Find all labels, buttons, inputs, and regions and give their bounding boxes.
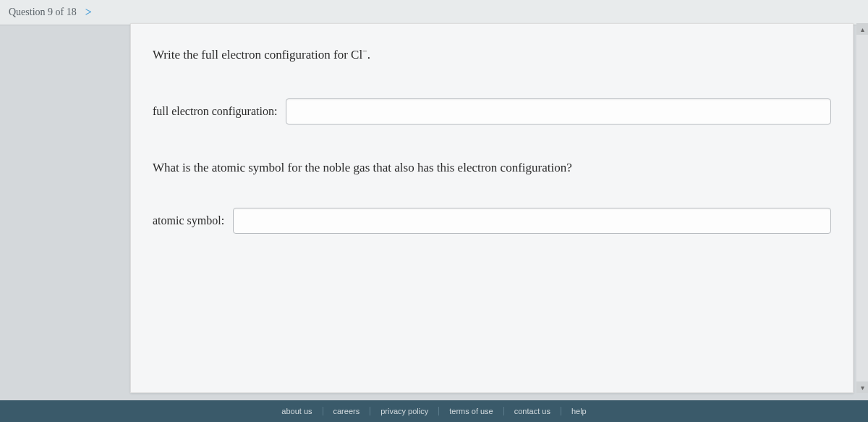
symbol-input-row: atomic symbol: [153,208,831,234]
question-prompt: Write the full electron configuration fo… [153,46,831,62]
symbol-label: atomic symbol: [153,214,224,227]
footer-bar: about us careers privacy policy terms of… [0,400,868,422]
config-input-row: full electron configuration: [153,98,831,125]
species-symbol: Cl [351,48,362,62]
footer-link-terms[interactable]: terms of use [439,407,504,415]
footer-link-about[interactable]: about us [271,407,323,415]
atomic-symbol-input[interactable] [233,208,831,234]
footer-link-privacy[interactable]: privacy policy [370,407,439,415]
header-bar: Question 9 of 18 > [0,0,868,25]
vertical-scrollbar[interactable]: ▴ ▾ [856,23,868,393]
scroll-down-arrow[interactable]: ▾ [856,381,868,393]
footer-link-help[interactable]: help [561,407,597,415]
sub-question-prompt: What is the atomic symbol for the noble … [153,161,831,175]
prompt-suffix: . [367,48,370,62]
prompt-prefix: Write the full electron configuration fo… [153,48,351,62]
footer-link-careers[interactable]: careers [323,407,371,415]
question-counter: Question 9 of 18 [9,7,77,18]
next-question-chevron[interactable]: > [85,6,92,19]
species-charge: − [362,46,367,56]
config-label: full electron configuration: [153,105,277,118]
question-content: Write the full electron configuration fo… [130,23,854,393]
footer-link-contact[interactable]: contact us [504,407,561,415]
scroll-up-arrow[interactable]: ▴ [856,23,868,35]
electron-config-input[interactable] [286,98,831,125]
